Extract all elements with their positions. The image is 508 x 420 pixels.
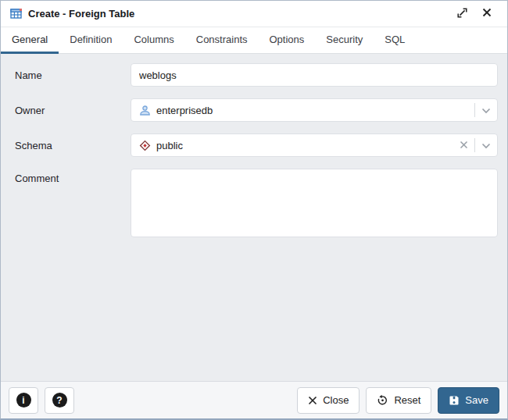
tab-general[interactable]: General — [1, 27, 59, 54]
schema-select-controls — [453, 134, 497, 156]
schema-label: Schema — [15, 140, 131, 151]
help-button[interactable]: ? — [45, 387, 74, 414]
close-icon — [482, 8, 492, 20]
titlebar: Create - Foreign Table — [1, 1, 507, 27]
expand-icon — [457, 8, 467, 20]
owner-select[interactable]: enterprisedb — [131, 98, 498, 122]
name-label: Name — [15, 69, 131, 81]
close-button-footer[interactable]: Close — [297, 387, 360, 414]
maximize-button[interactable] — [453, 5, 471, 23]
owner-select-controls — [474, 99, 497, 121]
tab-constraints[interactable]: Constraints — [185, 27, 259, 54]
user-icon — [139, 105, 151, 116]
owner-value: enterprisedb — [156, 105, 213, 116]
comment-label: Comment — [15, 169, 131, 184]
tab-options[interactable]: Options — [259, 27, 316, 54]
close-x-icon — [308, 396, 317, 405]
comment-row: Comment — [15, 169, 498, 237]
sql-info-button[interactable]: i — [9, 387, 38, 414]
reset-button-label: Reset — [394, 394, 420, 406]
info-icon: i — [16, 393, 31, 408]
help-icon: ? — [52, 393, 67, 408]
create-foreign-table-dialog: Create - Foreign Table General — [0, 0, 508, 420]
schema-clear-button[interactable] — [453, 134, 474, 156]
general-tab-panel: Name Owner enterprisedb — [1, 54, 507, 381]
owner-label: Owner — [15, 105, 131, 116]
tab-sql[interactable]: SQL — [374, 27, 416, 54]
schema-dropdown-button[interactable] — [475, 134, 497, 156]
chevron-down-icon — [481, 140, 491, 151]
name-input[interactable] — [131, 63, 498, 87]
reset-icon — [377, 394, 388, 406]
schema-select[interactable]: public — [131, 133, 498, 157]
owner-dropdown-button[interactable] — [475, 99, 497, 121]
close-button-label: Close — [323, 394, 349, 406]
close-button[interactable] — [478, 5, 496, 23]
dialog-footer: i ? Close — [1, 381, 507, 418]
tab-columns[interactable]: Columns — [123, 27, 184, 54]
tab-security[interactable]: Security — [315, 27, 374, 54]
comment-textarea[interactable] — [131, 169, 498, 237]
dialog-title: Create - Foreign Table — [28, 8, 134, 20]
footer-right: Close Reset — [297, 387, 499, 414]
footer-left: i ? — [9, 387, 74, 414]
reset-button[interactable]: Reset — [366, 387, 431, 414]
name-row: Name — [15, 63, 498, 87]
clear-x-icon — [460, 140, 468, 151]
tab-bar: General Definition Columns Constraints O… — [1, 27, 507, 54]
owner-row: Owner enterprisedb — [15, 98, 498, 122]
save-button[interactable]: Save — [438, 387, 499, 414]
save-button-label: Save — [465, 394, 488, 406]
schema-diamond-icon — [139, 140, 151, 151]
tab-definition[interactable]: Definition — [59, 27, 123, 54]
save-floppy-icon — [449, 395, 460, 406]
foreign-table-icon — [10, 9, 23, 20]
chevron-down-icon — [481, 105, 491, 116]
schema-value: public — [156, 140, 183, 151]
schema-row: Schema public — [15, 133, 498, 157]
